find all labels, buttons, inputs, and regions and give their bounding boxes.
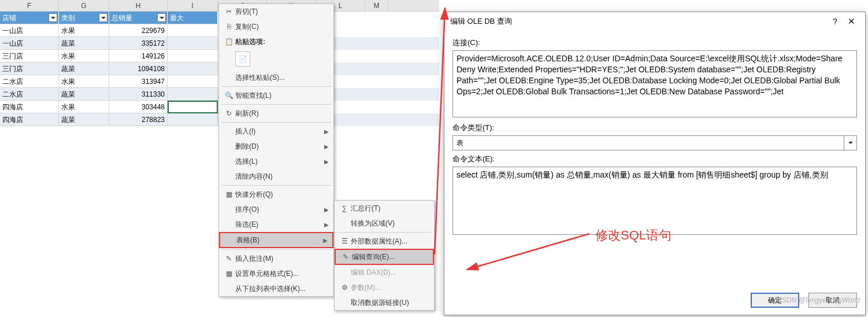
menu-cut[interactable]: ✂剪切(T) (219, 4, 333, 19)
chevron-right-icon: ▶ (324, 158, 329, 165)
menu-paste-special[interactable]: 选择性粘贴(S)... (219, 70, 333, 85)
filter-dropdown-icon[interactable] (99, 13, 107, 22)
submenu-unlink[interactable]: 取消数据源链接(U) (335, 295, 434, 310)
cell[interactable]: 278823 (109, 113, 168, 126)
menu-dropdown-pick[interactable]: 从下拉列表中选择(K)... (219, 281, 333, 296)
menu-smart-lookup[interactable]: 🔍智能查找(L) (219, 88, 333, 103)
cell[interactable]: 一山店 (0, 37, 59, 50)
menu-label: 编辑 DAX(D)... (351, 268, 429, 278)
header-category-label: 类别 (61, 14, 75, 22)
command-text-textarea[interactable] (452, 167, 857, 235)
command-text-label: 命令文本(E): (452, 154, 857, 164)
menu-clear[interactable]: 清除内容(N) (219, 169, 333, 184)
command-type-select[interactable]: 表 (452, 135, 857, 150)
cell[interactable]: 蔬菜 (59, 62, 109, 75)
selected-cell[interactable] (168, 101, 218, 113)
col-header-m[interactable]: M (365, 0, 388, 11)
analysis-icon: ▦ (222, 190, 235, 198)
menu-label: 筛选(E) (235, 220, 324, 230)
submenu-total-row[interactable]: ∑汇总行(T) (335, 201, 434, 216)
cell[interactable]: 四海店 (0, 101, 59, 113)
menu-filter[interactable]: 筛选(E)▶ (219, 217, 333, 232)
cell[interactable]: 水果 (59, 101, 109, 113)
header-store[interactable]: 店铺 (0, 12, 59, 24)
connection-textarea[interactable] (452, 50, 857, 117)
separator (221, 185, 331, 186)
cell[interactable]: 311330 (109, 88, 168, 101)
annotation-text: 修改SQL语句 (595, 227, 672, 244)
cell[interactable] (168, 113, 218, 126)
col-header-i[interactable]: I (168, 0, 218, 11)
menu-format-cells[interactable]: ▦设置单元格格式(E)... (219, 266, 333, 281)
comment-icon: ✎ (222, 255, 235, 263)
menu-delete[interactable]: 删除(D)▶ (219, 139, 333, 154)
header-max[interactable]: 最大 (168, 12, 218, 24)
menu-label: 转换为区域(V) (351, 219, 429, 228)
command-type-label: 命令类型(T): (452, 123, 857, 133)
cell[interactable]: 二水店 (0, 75, 59, 88)
format-icon: ▦ (222, 270, 235, 278)
menu-label: 清除内容(N) (235, 172, 329, 182)
edit-oledb-query-dialog: 编辑 OLE DB 查询 ? ✕ 连接(C): 命令类型(T): 表 命令文本(… (444, 12, 866, 315)
cell[interactable]: 水果 (59, 75, 109, 88)
menu-insert-comment[interactable]: ✎插入批注(M) (219, 251, 333, 266)
submenu-edit-query[interactable]: ✎编辑查询(E)... (335, 249, 434, 265)
header-total[interactable]: 总销量 (109, 12, 168, 24)
filter-dropdown-icon[interactable] (157, 13, 166, 22)
cell[interactable]: 一山店 (0, 24, 59, 37)
cell[interactable]: 229679 (109, 24, 168, 37)
chevron-down-icon[interactable] (844, 136, 856, 150)
separator (221, 122, 331, 123)
col-header-h[interactable]: H (109, 0, 168, 11)
watermark: CSDN @fengyehongWorld (777, 296, 860, 304)
menu-label: 参数(M)... (351, 283, 429, 293)
cell[interactable]: 149126 (109, 50, 168, 62)
menu-label: 粘贴选项: (235, 37, 329, 47)
col-header-g[interactable]: G (59, 0, 109, 11)
col-header-f[interactable]: F (0, 0, 59, 11)
menu-label: 排序(O) (235, 205, 324, 215)
submenu-ext-data-props[interactable]: ☰外部数据属性(A)... (335, 234, 434, 249)
dialog-titlebar: 编辑 OLE DB 查询 ? ✕ (444, 12, 865, 31)
cell[interactable]: 蔬菜 (59, 37, 109, 50)
submenu-convert[interactable]: 转换为区域(V) (335, 216, 434, 231)
cell[interactable] (168, 62, 218, 75)
cell[interactable]: 三门店 (0, 62, 59, 75)
help-button[interactable]: ? (827, 17, 843, 26)
cell[interactable] (168, 88, 218, 101)
cell[interactable] (168, 50, 218, 62)
cell[interactable]: 四海店 (0, 113, 59, 126)
separator (221, 86, 331, 87)
cell[interactable]: 三门店 (0, 50, 59, 62)
cell[interactable]: 1094108 (109, 62, 168, 75)
cell[interactable]: 水果 (59, 24, 109, 37)
sum-icon: ∑ (338, 204, 351, 212)
menu-insert[interactable]: 插入(I)▶ (219, 124, 333, 139)
menu-label: 删除(D) (235, 142, 324, 152)
cell[interactable]: 303448 (109, 101, 168, 113)
menu-refresh[interactable]: ↻刷新(R) (219, 106, 333, 121)
menu-table[interactable]: 表格(B)▶ (219, 232, 333, 248)
cell[interactable] (168, 37, 218, 50)
cell[interactable]: 蔬菜 (59, 88, 109, 101)
copy-icon: ⎘ (222, 23, 235, 31)
dialog-title: 编辑 OLE DB 查询 (450, 16, 827, 27)
clipboard-icon: 📋 (222, 38, 235, 46)
cell[interactable]: 335172 (109, 37, 168, 50)
menu-copy[interactable]: ⎘复制(C) (219, 19, 333, 34)
cell[interactable]: 二水店 (0, 88, 59, 101)
header-category[interactable]: 类别 (59, 12, 109, 24)
menu-quick-analysis[interactable]: ▦快速分析(Q) (219, 187, 333, 202)
cell[interactable] (168, 24, 218, 37)
filter-dropdown-icon[interactable] (49, 13, 57, 22)
menu-select[interactable]: 选择(L)▶ (219, 154, 333, 169)
menu-sort[interactable]: 排序(O)▶ (219, 202, 333, 217)
cell[interactable]: 水果 (59, 50, 109, 62)
cell[interactable]: 313947 (109, 75, 168, 88)
menu-label: 选择(L) (235, 157, 324, 167)
menu-label: 从下拉列表中选择(K)... (235, 284, 329, 294)
paste-formula-icon[interactable]: 📄 (235, 51, 250, 67)
cell[interactable]: 蔬菜 (59, 113, 109, 126)
close-button[interactable]: ✕ (843, 16, 859, 27)
cell[interactable] (168, 75, 218, 88)
